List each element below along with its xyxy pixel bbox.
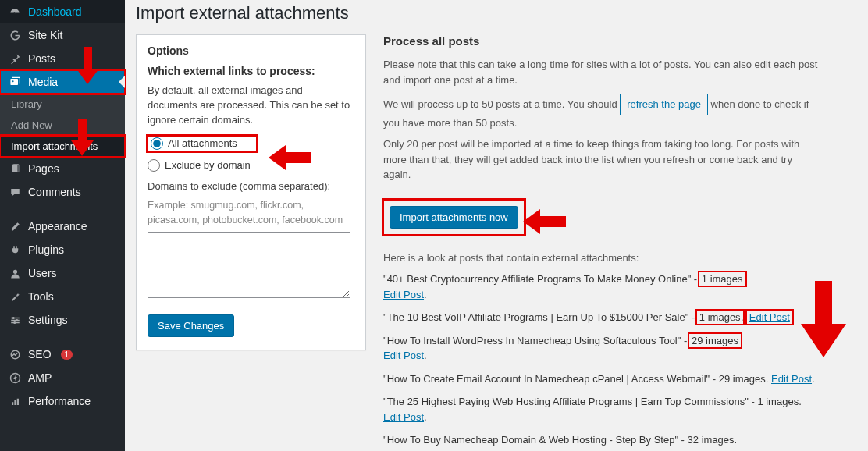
sidebar-label-comments: Comments (28, 186, 81, 198)
edit-post-link[interactable]: Edit Post (749, 311, 790, 323)
page-title: Import external attachments (136, 3, 854, 23)
edit-post-link[interactable]: Edit Post (771, 373, 812, 385)
sidebar-item-plugins[interactable]: Plugins (0, 238, 125, 261)
refresh-page-button[interactable]: refresh the page (620, 94, 708, 115)
process-note3: Only 20 per post will be imported at a t… (383, 137, 820, 183)
post-item: "The 25 Highest Paying Web Hosting Affil… (383, 394, 820, 424)
post-item: "40+ Best Cryptocurrency Affiliate Progr… (383, 272, 820, 302)
sidebar-label-plugins: Plugins (28, 243, 64, 256)
edit-post-link[interactable]: Edit Post (383, 411, 424, 423)
sidebar-item-posts[interactable]: Posts (0, 47, 125, 70)
post-item: "The 10 Best VoIP Affiliate Programs | E… (383, 310, 820, 325)
post-count: 1 images (698, 311, 742, 323)
svg-point-6 (12, 269, 16, 273)
import-attachments-now-button[interactable]: Import attachments now (390, 206, 518, 229)
google-g-icon (8, 30, 22, 41)
sidebar-item-comments[interactable]: Comments (0, 180, 125, 204)
sidebar-label-seo: SEO (28, 348, 52, 360)
sidebar-label-appearance: Appearance (28, 220, 87, 233)
comment-icon (8, 186, 22, 198)
svg-point-11 (16, 319, 18, 321)
sidebar-item-tools[interactable]: Tools (0, 285, 125, 308)
sidebar-label-tools: Tools (28, 290, 54, 303)
amp-icon (8, 372, 22, 384)
radio-exclude-label: Exclude by domain (165, 159, 251, 171)
performance-icon (8, 396, 22, 407)
post-item: "How To Create Email Account In Namechea… (383, 371, 820, 387)
edit-post-link[interactable]: Edit Post (383, 350, 424, 361)
options-which-heading: Which external links to process: (148, 65, 354, 77)
sidebar-item-settings[interactable]: Settings (0, 308, 125, 332)
svg-rect-15 (12, 402, 13, 405)
options-card: Options Which external links to process:… (136, 34, 366, 350)
sidebar-label-settings: Settings (28, 314, 68, 326)
svg-point-10 (12, 317, 14, 319)
edit-post-link[interactable]: Edit Post (383, 289, 424, 300)
look-msg: Here is a look at posts that contain ext… (383, 250, 820, 266)
sidebar-item-media[interactable]: Media (0, 70, 125, 94)
sidebar-label-pages: Pages (28, 162, 59, 175)
active-arrow-icon (119, 76, 125, 88)
domains-textarea[interactable] (148, 232, 350, 298)
sidebar-item-dashboard[interactable]: Dashboard (0, 0, 125, 23)
post-item: "How To Buy Namecheap Domain & Web Hosti… (383, 432, 820, 451)
post-count: 1 images (757, 396, 799, 407)
seo-badge: 1 (61, 350, 73, 360)
process-section: Process all posts Please note that this … (383, 34, 820, 451)
sliders-icon (8, 314, 22, 326)
sidebar-item-pages[interactable]: Pages (0, 157, 125, 180)
gauge-icon (8, 5, 22, 18)
plug-icon (8, 244, 22, 256)
radio-all-attachments[interactable] (151, 137, 163, 150)
radio-all-attachments-row: All attachments (148, 136, 257, 151)
post-count: 29 images (719, 373, 766, 385)
domains-example: Example: smugmug.com, flickr.com, picasa… (148, 198, 354, 226)
pin-icon (8, 53, 22, 65)
process-heading: Process all posts (383, 34, 820, 48)
sidebar-item-seo[interactable]: SEO 1 (0, 343, 125, 366)
page-icon (8, 163, 22, 175)
process-note1: Please note that this can take a long ti… (383, 57, 820, 87)
sidebar-label-users: Users (28, 267, 57, 279)
sidebar-item-amp[interactable]: AMP (0, 366, 125, 389)
domains-excl-label: Domains to exclude (comma separated): (148, 179, 354, 194)
wrench-icon (8, 291, 22, 303)
media-icon (8, 76, 22, 88)
options-heading: Options (148, 44, 354, 57)
sidebar-sub-addnew[interactable]: Add New (0, 115, 125, 136)
brush-icon (8, 221, 22, 233)
svg-rect-17 (16, 398, 18, 404)
post-item: "How To Install WordPress In Namecheap U… (383, 333, 820, 364)
svg-rect-2 (10, 79, 18, 85)
post-count: 1 images (700, 273, 745, 285)
admin-sidebar: Dashboard Site Kit Posts Media Library A… (0, 0, 125, 451)
svg-rect-16 (14, 400, 16, 405)
post-title: How To Buy Namecheap Domain & Web Hostin… (387, 434, 675, 446)
user-icon (8, 268, 22, 279)
sidebar-item-sitekit[interactable]: Site Kit (0, 23, 125, 47)
svg-point-3 (12, 80, 14, 82)
radio-exclude-domain[interactable] (148, 159, 160, 172)
post-title: The 25 Highest Paying Web Hosting Affili… (387, 396, 745, 407)
save-changes-button[interactable]: Save Changes (148, 314, 234, 337)
sidebar-label-media: Media (28, 76, 58, 88)
svg-point-12 (13, 321, 16, 324)
post-title: How To Install WordPress In Namecheap Us… (387, 335, 678, 346)
post-title: 40+ Best Cryptocurrency Affiliate Progra… (387, 273, 688, 285)
seo-icon (8, 349, 22, 360)
post-title: The 10 Best VoIP Affiliate Programs | Ea… (387, 311, 685, 323)
sidebar-label-dashboard: Dashboard (28, 5, 82, 18)
radio-all-label: All attachments (168, 137, 237, 149)
process-note2: We will process up to 50 posts at a time… (383, 94, 820, 130)
sidebar-label-posts: Posts (28, 52, 55, 65)
post-count: 29 images (690, 335, 740, 346)
options-default-msg: By default, all external images and docu… (148, 83, 354, 128)
sidebar-label-performance: Performance (28, 395, 91, 407)
sidebar-sub-library[interactable]: Library (0, 94, 125, 115)
sidebar-label-amp: AMP (28, 371, 52, 384)
sidebar-item-appearance[interactable]: Appearance (0, 215, 125, 238)
sidebar-item-performance[interactable]: Performance (0, 389, 125, 413)
sidebar-item-users[interactable]: Users (0, 261, 125, 285)
post-title: How To Create Email Account In Namecheap… (387, 373, 706, 385)
sidebar-sub-importattachments[interactable]: Import attachments (0, 136, 125, 157)
